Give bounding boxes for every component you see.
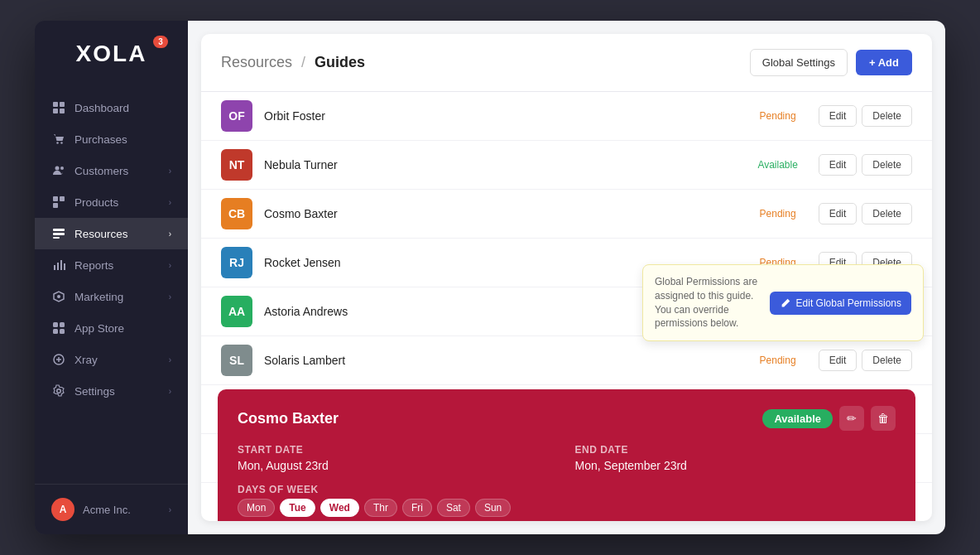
- guide-avatar: CB: [221, 198, 252, 229]
- guide-name: Cosmo Baxter: [264, 207, 737, 220]
- global-permissions-tooltip: Global Permissions are assigned to this …: [642, 264, 924, 341]
- sidebar-item-appstore[interactable]: App Store: [35, 312, 188, 344]
- sidebar-item-label: Products: [74, 196, 118, 209]
- sidebar-item-label: App Store: [74, 322, 124, 335]
- chevron-right-icon: ›: [169, 387, 171, 396]
- day-chip: Wed: [320, 499, 359, 517]
- purchases-icon: [51, 132, 66, 147]
- svg-rect-16: [60, 260, 62, 270]
- day-chip: Sat: [437, 499, 470, 517]
- detail-edit-button[interactable]: ✏: [839, 406, 864, 431]
- svg-rect-22: [60, 329, 65, 334]
- header-actions: Global Settings + Add: [750, 49, 912, 76]
- day-chip: Mon: [238, 499, 275, 517]
- sidebar-item-settings[interactable]: Settings ›: [35, 375, 188, 407]
- chevron-right-icon: ›: [169, 292, 171, 302]
- guide-name: Solaris Lambert: [264, 354, 737, 367]
- delete-button[interactable]: Delete: [862, 350, 912, 371]
- svg-rect-11: [53, 229, 65, 231]
- svg-rect-2: [53, 109, 58, 113]
- chevron-right-icon: ›: [169, 505, 171, 514]
- svg-rect-14: [54, 265, 55, 270]
- detail-guide-name: Cosmo Baxter: [238, 410, 339, 427]
- sidebar-item-xray[interactable]: Xray ›: [35, 344, 188, 375]
- edit-global-permissions-button[interactable]: Edit Global Permissions: [770, 292, 911, 315]
- svg-rect-0: [53, 102, 58, 107]
- sidebar-item-label: Reports: [74, 259, 113, 272]
- day-chip: Fri: [402, 499, 432, 517]
- sidebar-item-label: Settings: [74, 385, 115, 398]
- resources-icon: [51, 226, 66, 241]
- detail-status-badge: Available: [762, 409, 833, 428]
- add-button[interactable]: + Add: [856, 50, 912, 75]
- sidebar: XOLA 3 Dashboard: [35, 21, 188, 534]
- main-content: Resources / Guides Global Settings + Add…: [188, 21, 945, 534]
- delete-button[interactable]: Delete: [862, 203, 912, 224]
- sidebar-item-dashboard[interactable]: Dashboard: [35, 92, 188, 123]
- marketing-icon: [51, 289, 66, 304]
- sidebar-item-marketing[interactable]: Marketing ›: [35, 281, 188, 312]
- table-row: CB Cosmo Baxter Pending Edit Delete: [201, 190, 932, 239]
- svg-point-18: [57, 295, 60, 298]
- status-badge: Pending: [749, 206, 807, 221]
- edit-button[interactable]: Edit: [819, 350, 858, 371]
- start-date-label: Start Date: [238, 444, 559, 456]
- row-actions: Edit Delete: [819, 350, 912, 371]
- svg-rect-19: [53, 322, 58, 327]
- guide-avatar: NT: [221, 149, 252, 181]
- sidebar-item-resources[interactable]: Resources ›: [35, 218, 188, 249]
- chevron-right-icon: ›: [169, 198, 171, 207]
- end-date-field: End Date Mon, September 23rd: [575, 444, 896, 472]
- svg-rect-12: [53, 233, 65, 235]
- svg-rect-17: [64, 263, 65, 270]
- row-actions: Edit Delete: [819, 203, 912, 224]
- table-row: NT Nebula Turner Available Edit Delete: [201, 141, 932, 190]
- chevron-right-icon: ›: [169, 355, 171, 364]
- detail-status-area: Available ✏ 🗑: [762, 406, 896, 431]
- guide-avatar: SL: [221, 345, 252, 376]
- chevron-right-icon: ›: [169, 261, 171, 270]
- svg-rect-9: [60, 196, 65, 201]
- customers-icon: [51, 163, 66, 178]
- sidebar-item-purchases[interactable]: Purchases: [35, 123, 188, 155]
- sidebar-item-label: Xray: [74, 354, 98, 366]
- main-inner: Resources / Guides Global Settings + Add…: [201, 34, 932, 521]
- tooltip-text: Global Permissions are assigned to this …: [655, 275, 761, 331]
- delete-button[interactable]: Delete: [862, 154, 912, 176]
- cosmo-baxter-detail-card: Cosmo Baxter Available ✏ 🗑 Start Date Mo…: [218, 389, 915, 521]
- edit-button[interactable]: Edit: [819, 203, 858, 224]
- dashboard-icon: [51, 100, 66, 115]
- delete-button[interactable]: Delete: [862, 105, 912, 127]
- sidebar-item-reports[interactable]: Reports ›: [35, 249, 188, 281]
- xray-icon: [51, 352, 66, 367]
- detail-grid: Start Date Mon, August 23rd End Date Mon…: [238, 444, 896, 521]
- sidebar-item-label: Marketing: [74, 291, 123, 303]
- svg-rect-13: [53, 237, 60, 239]
- appstore-icon: [51, 321, 66, 335]
- global-settings-button[interactable]: Global Settings: [750, 49, 848, 76]
- company-switcher[interactable]: A Acme Inc. ›: [35, 484, 188, 534]
- notification-badge: 3: [153, 36, 168, 48]
- end-date-value: Mon, September 23rd: [575, 459, 896, 472]
- edit-button[interactable]: Edit: [819, 154, 858, 176]
- end-date-label: End Date: [575, 444, 896, 456]
- days-of-week-label: Days of Week: [238, 484, 896, 495]
- svg-point-5: [60, 142, 62, 143]
- svg-rect-3: [60, 109, 65, 113]
- edit-button[interactable]: Edit: [819, 105, 858, 127]
- detail-card-header: Cosmo Baxter Available ✏ 🗑: [238, 406, 896, 431]
- svg-point-6: [55, 166, 60, 171]
- app-logo: XOLA: [76, 41, 147, 67]
- chevron-right-icon: ›: [169, 166, 171, 176]
- detail-delete-button[interactable]: 🗑: [871, 406, 896, 431]
- sidebar-item-products[interactable]: Products ›: [35, 186, 188, 218]
- row-actions: Edit Delete: [819, 105, 912, 127]
- svg-rect-21: [53, 329, 58, 334]
- table-row: OF Orbit Foster Pending Edit Delete: [201, 92, 932, 141]
- guide-name: Orbit Foster: [264, 109, 737, 123]
- start-date-field: Start Date Mon, August 23rd: [238, 444, 559, 472]
- sidebar-item-customers[interactable]: Customers ›: [35, 155, 188, 186]
- svg-rect-20: [60, 322, 65, 327]
- svg-rect-1: [60, 102, 65, 107]
- products-icon: [51, 195, 66, 210]
